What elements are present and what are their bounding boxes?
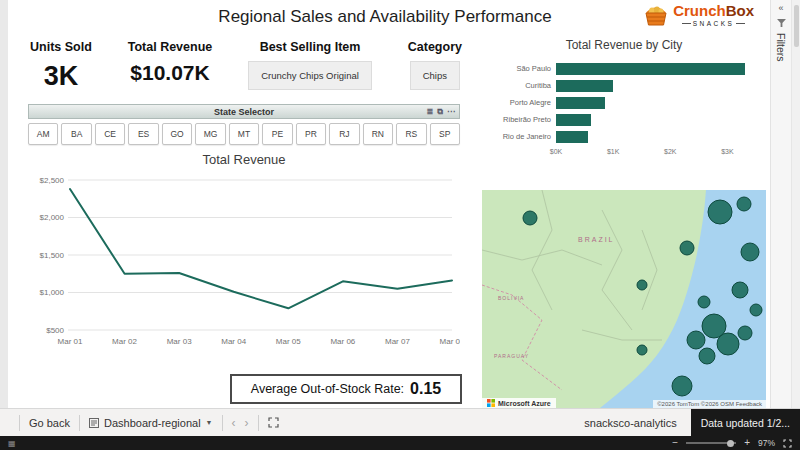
x-axis-tick: $2K xyxy=(664,148,676,155)
line-chart-title: Total Revenue xyxy=(28,152,460,167)
bar-row: Porto Alegre xyxy=(482,94,766,111)
more-options-icon[interactable]: ⋯ xyxy=(447,107,455,116)
zoom-slider[interactable] xyxy=(686,442,736,444)
grid-icon[interactable]: ▦ xyxy=(8,439,16,448)
revenue-line-chart[interactable]: $2,500$2,000$1,500$1,000$500Mar 01Mar 02… xyxy=(28,170,460,366)
brazil-bubble-map[interactable]: BRAZILBOLIVIAPARAGUAY Microsoft Azure ©2… xyxy=(482,190,766,408)
state-button-go[interactable]: GO xyxy=(162,123,192,145)
svg-text:$2,500: $2,500 xyxy=(40,176,65,185)
bar[interactable] xyxy=(556,97,605,109)
bar[interactable] xyxy=(556,63,745,75)
svg-text:$500: $500 xyxy=(46,326,64,335)
svg-text:Mar 08: Mar 08 xyxy=(440,337,460,346)
state-button-ce[interactable]: CE xyxy=(95,123,125,145)
state-selector-header[interactable]: State Selector ≣ ⧉ ⋯ xyxy=(28,104,460,119)
kpi-value: Chips xyxy=(410,61,460,90)
bar-track xyxy=(556,97,756,109)
report-page-tab[interactable]: Dashboard-regional ▼ xyxy=(89,417,213,429)
state-button-rs[interactable]: RS xyxy=(396,123,426,145)
canvas-left-margin xyxy=(0,0,8,408)
bar-category-label: Ribeirão Preto xyxy=(482,115,556,124)
state-button-sp[interactable]: SP xyxy=(430,123,460,145)
vertical-scrollbar[interactable] xyxy=(791,0,800,408)
state-button-mt[interactable]: MT xyxy=(229,123,259,145)
state-selector-title: State Selector xyxy=(214,107,274,117)
state-button-es[interactable]: ES xyxy=(128,123,158,145)
report-page-tab-label: Dashboard-regional xyxy=(104,417,201,429)
workspace-name[interactable]: snacksco-analytics xyxy=(584,417,676,429)
bar[interactable] xyxy=(556,131,588,143)
x-axis-tick: $3K xyxy=(721,148,733,155)
svg-text:Mar 03: Mar 03 xyxy=(167,337,192,346)
bar-row: São Paulo xyxy=(482,60,766,77)
map-attribution: Microsoft Azure ©2026 TomTom ©2026 OSM F… xyxy=(482,398,766,408)
report-toolbar: Go back Dashboard-regional ▼ ‹ › snacksc… xyxy=(0,408,800,436)
state-button-am[interactable]: AM xyxy=(28,123,58,145)
go-back-button[interactable]: Go back xyxy=(29,417,70,429)
kpi-card-units-sold: Units Sold3K xyxy=(30,40,92,92)
fullscreen-icon[interactable] xyxy=(783,439,792,448)
zoom-in-button[interactable]: + xyxy=(744,438,750,448)
zoom-out-button[interactable]: − xyxy=(672,438,678,448)
kpi-label: Category xyxy=(408,40,462,54)
svg-text:Mar 01: Mar 01 xyxy=(58,337,83,346)
bar-row: Rio de Janeiro xyxy=(482,128,766,145)
bar-category-label: Curitiba xyxy=(482,81,556,90)
bar-rows: São PauloCuritibaPorto AlegreRibeirão Pr… xyxy=(482,60,766,145)
kpi-label: Total Revenue xyxy=(128,40,213,54)
kpi-card-category: CategoryChips xyxy=(408,40,462,92)
filters-pane[interactable]: « Filters xyxy=(770,0,791,408)
svg-text:$2,000: $2,000 xyxy=(40,213,65,222)
x-axis-tick: $1K xyxy=(607,148,619,155)
state-button-ba[interactable]: BA xyxy=(61,123,91,145)
state-button-pr[interactable]: PR xyxy=(296,123,326,145)
report-page-icon xyxy=(89,418,99,428)
x-axis-tick: $0K xyxy=(550,148,562,155)
kpi-value: $10.07K xyxy=(130,61,209,85)
list-view-icon[interactable]: ≣ xyxy=(427,107,434,116)
state-button-mg[interactable]: MG xyxy=(195,123,225,145)
svg-text:Mar 07: Mar 07 xyxy=(385,337,410,346)
expand-icon[interactable]: ⧉ xyxy=(437,107,443,117)
kpi-label: Best Selling Item xyxy=(260,40,361,54)
brand-subtext: SNACKS xyxy=(680,20,748,27)
bar-chart-title: Total Revenue by City xyxy=(482,38,766,52)
svg-text:Mar 04: Mar 04 xyxy=(221,337,246,346)
state-button-pe[interactable]: PE xyxy=(262,123,292,145)
crunchbox-logo: CrunchBox SNACKS xyxy=(643,3,754,31)
kpi-card-best-selling-item: Best Selling ItemCrunchy Chips Original xyxy=(248,40,372,92)
state-selector: State Selector ≣ ⧉ ⋯ AMBACEESGOMGMTPEPRR… xyxy=(28,104,460,145)
page-title: Regional Sales and Availability Performa… xyxy=(150,7,620,27)
toolbar-divider xyxy=(222,415,223,431)
chevron-down-icon[interactable]: ▼ xyxy=(206,419,213,426)
page-prev-icon[interactable]: ‹ xyxy=(232,416,236,430)
out-of-stock-value: 0.15 xyxy=(410,380,441,398)
bar-category-label: Rio de Janeiro xyxy=(482,132,556,141)
out-of-stock-card: Average Out-of-Stock Rate: 0.15 xyxy=(230,374,462,404)
bar-category-label: São Paulo xyxy=(482,64,556,73)
bar-track xyxy=(556,80,756,92)
kpi-row: Units Sold3KTotal Revenue$10.07KBest Sel… xyxy=(30,40,462,92)
page-next-icon[interactable]: › xyxy=(245,416,249,430)
bar-track xyxy=(556,131,756,143)
map-copyright[interactable]: ©2026 TomTom ©2026 OSM Feedback xyxy=(653,400,766,408)
kpi-value: 3K xyxy=(44,61,79,92)
revenue-by-city-panel: Total Revenue by City São PauloCuritibaP… xyxy=(482,36,766,160)
zoom-slider-thumb[interactable] xyxy=(727,440,734,447)
svg-text:PARAGUAY: PARAGUAY xyxy=(494,353,529,359)
brand-name: CrunchBox xyxy=(673,3,754,18)
azure-maps-attribution: Microsoft Azure xyxy=(482,398,556,408)
bar[interactable] xyxy=(556,80,613,92)
svg-text:BRAZIL: BRAZIL xyxy=(578,236,615,243)
state-button-rn[interactable]: RN xyxy=(363,123,393,145)
bar-track xyxy=(556,114,756,126)
bar[interactable] xyxy=(556,114,591,126)
collapse-pane-icon[interactable]: « xyxy=(778,4,783,13)
fit-to-page-icon[interactable] xyxy=(268,417,279,428)
state-button-rj[interactable]: RJ xyxy=(329,123,359,145)
data-updated-badge[interactable]: Data updated 1/2... xyxy=(691,409,800,436)
svg-text:BOLIVIA: BOLIVIA xyxy=(498,295,524,301)
status-bar: ▦ − + 97% xyxy=(0,436,800,450)
scrollbar-thumb[interactable] xyxy=(794,5,799,47)
bar-category-label: Porto Alegre xyxy=(482,98,556,107)
